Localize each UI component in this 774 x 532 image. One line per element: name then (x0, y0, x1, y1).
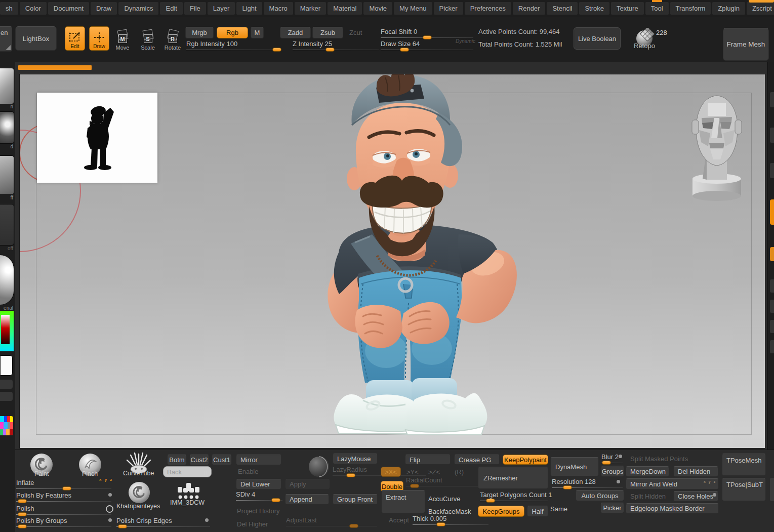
thick-track[interactable] (413, 524, 488, 525)
right-partial-button-3[interactable] (770, 163, 774, 178)
picker-button[interactable]: Picker (600, 503, 624, 513)
adjustlast-slider[interactable]: AdjustLast (286, 516, 377, 526)
zcut-button[interactable]: Zcut (349, 29, 362, 36)
thick-handle[interactable] (436, 522, 445, 526)
right-partial-button-1[interactable] (770, 92, 774, 107)
menu-item-stroke[interactable]: Stroke (579, 2, 609, 15)
resolution-track[interactable] (552, 487, 623, 488)
keep-groups-button[interactable]: KeepGroups (478, 506, 524, 517)
menu-item-file[interactable]: File (184, 2, 206, 15)
sym-z-button[interactable]: >Z< (428, 468, 440, 476)
polish-mode-ring[interactable] (106, 505, 113, 513)
polish-by-groups-track[interactable] (16, 526, 111, 527)
zsub-button[interactable]: Zsub (312, 27, 343, 38)
polish-by-groups-mode-dot[interactable] (108, 518, 112, 522)
stroke-thumbnail[interactable] (0, 111, 14, 144)
shelf-button-2[interactable] (0, 392, 13, 401)
menu-item-mymenu[interactable]: My Menu (394, 2, 432, 15)
thick-slider[interactable]: Thick 0.005 (413, 515, 488, 525)
menu-item-zplugin[interactable]: Zplugin (712, 2, 745, 15)
del-higher-button[interactable]: Del Higher (237, 520, 268, 528)
adjustlast-track[interactable] (286, 526, 377, 526)
focal-shift-handle[interactable] (423, 35, 432, 39)
main-color-swatch[interactable] (0, 355, 13, 376)
group-front-button[interactable]: Group Front (333, 494, 378, 505)
sdiv-slider[interactable]: SDiv 4 (236, 490, 282, 501)
menu-item-movie[interactable]: Movie (363, 2, 392, 15)
apply-button[interactable]: Apply (285, 479, 330, 489)
z-intensity-track[interactable] (293, 50, 379, 50)
menu-item-layer[interactable]: Layer (208, 2, 235, 15)
menu-item-draw[interactable]: Draw (91, 2, 117, 15)
blur-track[interactable] (601, 463, 623, 463)
inflate-track[interactable] (16, 488, 111, 489)
lazymouse-button[interactable]: LazyMouse (333, 454, 378, 464)
polish-track[interactable] (16, 514, 111, 515)
radialcount-slider[interactable]: RadialCount (406, 476, 486, 486)
edit-object-button[interactable]: Edit (65, 26, 85, 51)
menu-item-material[interactable]: Material (328, 2, 362, 15)
polish-crisp-edges-mode-dot[interactable] (205, 518, 209, 522)
shelf-button-1[interactable] (0, 380, 13, 389)
z-intensity-slider[interactable]: Z Intensity 25 (293, 40, 379, 50)
z-intensity-handle[interactable] (325, 48, 335, 52)
mrgb-button[interactable]: Mrgb (185, 27, 214, 38)
rgb-button[interactable]: Rgb (217, 27, 248, 38)
extract-button[interactable]: Extract (381, 490, 425, 513)
texture-thumbnail[interactable] (0, 204, 14, 245)
focal-shift-track[interactable] (381, 37, 473, 38)
boolean-sphere-icon[interactable] (308, 456, 330, 478)
polish-by-groups-handle[interactable] (18, 524, 27, 528)
same-button[interactable]: Same (550, 504, 573, 514)
focal-shift-slider[interactable]: Focal Shift 0 (381, 28, 473, 38)
menu-item-render[interactable]: Render (513, 2, 546, 15)
blur-mode-dot[interactable] (619, 455, 622, 458)
alpha-thumbnail[interactable] (0, 155, 14, 195)
split-masked-points-button[interactable]: Split Masked Points (626, 454, 719, 464)
blur-handle[interactable] (602, 461, 611, 465)
dynamic-label[interactable]: Dynamic (456, 38, 475, 44)
project-history-button[interactable]: Project History (237, 507, 280, 515)
khatripainteyes-brush-icon[interactable] (128, 481, 151, 504)
target-polygons-track[interactable] (480, 501, 548, 501)
mirror-button[interactable]: Mirror (236, 455, 281, 465)
menu-item-light[interactable]: Light (236, 2, 262, 15)
draw-pointer-button[interactable]: Draw (89, 26, 109, 51)
edgeloop-masked-border-button[interactable]: Edgeloop Masked Border (626, 503, 719, 514)
menu-item-marker[interactable]: Marker (295, 2, 326, 15)
polish-by-groups-slider[interactable]: Polish By Groups (16, 517, 111, 527)
lazyradius-handle[interactable] (346, 473, 355, 477)
menu-item-dynamics[interactable]: Dynamics (118, 2, 158, 15)
close-holes-button[interactable]: Close Holes (673, 491, 718, 502)
menu-item-edit[interactable]: Edit (160, 2, 182, 15)
sym-x-button[interactable]: >X< (381, 467, 401, 477)
cust1-button[interactable]: Cust1 (212, 455, 232, 465)
rgb-intensity-slider[interactable]: Rgb Intensity 100 (186, 40, 281, 50)
lightbox-button[interactable]: LightBox (15, 26, 57, 51)
polish-by-features-mode-dot[interactable] (108, 493, 112, 497)
target-polygons-slider[interactable]: Target Polygons Count 1 (480, 491, 548, 501)
rgb-intensity-track[interactable] (186, 50, 281, 50)
polish-crisp-edges-slider[interactable]: Polish Crisp Edges (116, 517, 210, 527)
polish-handle[interactable] (18, 512, 27, 516)
m-button[interactable]: M (251, 27, 264, 38)
imm-3dcw-icon[interactable] (177, 482, 201, 501)
draw-size-handle[interactable] (400, 48, 409, 52)
close-holes-mode-dot[interactable] (713, 493, 716, 497)
resolution-handle[interactable] (563, 485, 572, 489)
right-partial-button-6[interactable] (770, 320, 774, 333)
menu-item-macro[interactable]: Macro (264, 2, 293, 15)
polish-by-features-slider[interactable]: Polish By Features (16, 492, 111, 502)
sdiv-handle[interactable] (271, 498, 280, 502)
right-partial-button-2[interactable] (770, 128, 774, 143)
menu-item-picker[interactable]: Picker (434, 2, 463, 15)
canvas-active-tab-bar[interactable] (18, 65, 92, 70)
target-polygons-handle[interactable] (486, 499, 495, 503)
menu-item-texture[interactable]: Texture (611, 2, 644, 15)
polish-slider[interactable]: Polish (16, 505, 111, 515)
move-button[interactable]: M Move (113, 27, 132, 52)
tpose-subt-button[interactable]: TPose|SubT (722, 478, 766, 501)
draw-size-track[interactable] (381, 50, 473, 50)
split-hidden-button[interactable]: Split Hidden (626, 491, 668, 502)
texture-mosaic-swatch[interactable] (0, 416, 13, 435)
